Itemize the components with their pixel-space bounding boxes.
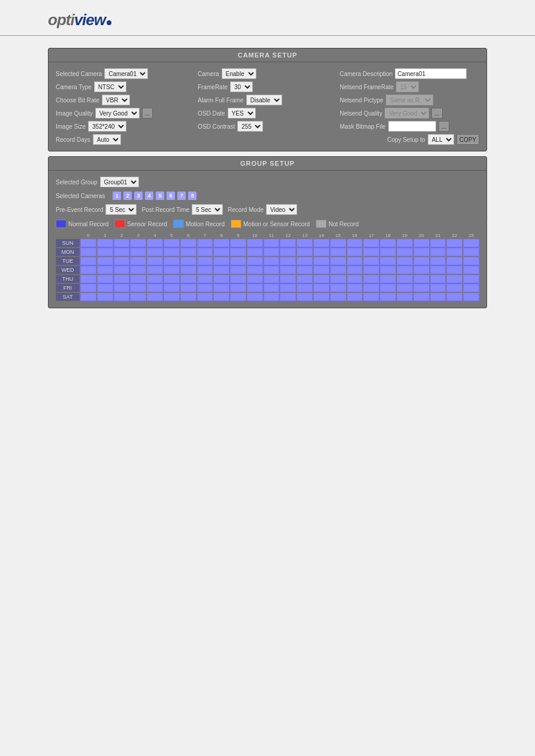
wed-h12[interactable] bbox=[280, 266, 296, 274]
fri-h14[interactable] bbox=[313, 284, 330, 292]
mon-h15[interactable] bbox=[330, 248, 346, 256]
tue-h5[interactable] bbox=[164, 257, 180, 265]
thu-h9[interactable] bbox=[230, 275, 246, 283]
fri-h5[interactable] bbox=[164, 284, 180, 292]
wed-h3[interactable] bbox=[130, 266, 146, 274]
sat-h5[interactable] bbox=[164, 293, 180, 301]
wed-h22[interactable] bbox=[446, 266, 463, 274]
fri-h17[interactable] bbox=[363, 284, 379, 292]
fri-h1[interactable] bbox=[97, 284, 113, 292]
mon-h1[interactable] bbox=[97, 248, 113, 256]
tue-h16[interactable] bbox=[347, 257, 363, 265]
fri-h4[interactable] bbox=[147, 284, 163, 292]
mon-h16[interactable] bbox=[347, 248, 363, 256]
mon-h13[interactable] bbox=[297, 248, 313, 256]
sun-h11[interactable] bbox=[264, 239, 280, 247]
alarm-full-frame-select[interactable]: Disable bbox=[246, 95, 282, 105]
fri-h19[interactable] bbox=[397, 284, 413, 292]
sat-h19[interactable] bbox=[397, 293, 413, 301]
mon-h0[interactable] bbox=[80, 248, 96, 256]
mon-h20[interactable] bbox=[413, 248, 430, 256]
sun-h0[interactable] bbox=[80, 239, 96, 247]
sun-h9[interactable] bbox=[230, 239, 246, 247]
netsend-quality-button[interactable]: ... bbox=[431, 108, 442, 119]
copy-setup-select[interactable]: ALL bbox=[428, 134, 454, 145]
thu-h19[interactable] bbox=[397, 275, 413, 283]
thu-h6[interactable] bbox=[180, 275, 197, 283]
mon-h19[interactable] bbox=[397, 248, 413, 256]
mon-h5[interactable] bbox=[164, 248, 180, 256]
mon-h18[interactable] bbox=[380, 248, 396, 256]
sun-h20[interactable] bbox=[413, 239, 430, 247]
frame-rate-select[interactable]: 30 bbox=[230, 81, 253, 92]
fri-h21[interactable] bbox=[430, 284, 446, 292]
wed-h2[interactable] bbox=[114, 266, 130, 274]
fri-h22[interactable] bbox=[446, 284, 463, 292]
wed-h10[interactable] bbox=[247, 266, 263, 274]
record-mode-select[interactable]: Video bbox=[266, 204, 297, 215]
sun-h22[interactable] bbox=[446, 239, 463, 247]
mon-h3[interactable] bbox=[130, 248, 146, 256]
fri-h6[interactable] bbox=[180, 284, 197, 292]
thu-h2[interactable] bbox=[114, 275, 130, 283]
image-quality-select[interactable]: Very Good bbox=[95, 108, 140, 119]
image-quality-button[interactable]: ... bbox=[142, 108, 153, 119]
camera-description-input[interactable] bbox=[395, 68, 467, 79]
tue-h2[interactable] bbox=[114, 257, 130, 265]
sun-h5[interactable] bbox=[164, 239, 180, 247]
cam-btn-7[interactable]: 7 bbox=[177, 191, 186, 201]
wed-h7[interactable] bbox=[197, 266, 213, 274]
wed-h21[interactable] bbox=[430, 266, 446, 274]
osd-date-select[interactable]: YES bbox=[228, 108, 256, 119]
tue-h21[interactable] bbox=[430, 257, 446, 265]
tue-h18[interactable] bbox=[380, 257, 396, 265]
sun-h14[interactable] bbox=[313, 239, 330, 247]
choose-bit-rate-select[interactable]: VBR bbox=[102, 95, 130, 105]
wed-h19[interactable] bbox=[397, 266, 413, 274]
sat-h20[interactable] bbox=[413, 293, 430, 301]
tue-h10[interactable] bbox=[247, 257, 263, 265]
sun-h3[interactable] bbox=[130, 239, 146, 247]
sun-h2[interactable] bbox=[114, 239, 130, 247]
mon-h14[interactable] bbox=[313, 248, 330, 256]
sun-h7[interactable] bbox=[197, 239, 213, 247]
wed-h8[interactable] bbox=[213, 266, 229, 274]
netsend-frame-rate-select[interactable]: 15 bbox=[396, 81, 419, 92]
thu-h0[interactable] bbox=[80, 275, 96, 283]
cam-btn-3[interactable]: 3 bbox=[134, 191, 143, 201]
mon-h23[interactable] bbox=[463, 248, 479, 256]
pre-event-select[interactable]: 5 Sec bbox=[105, 204, 137, 215]
osd-contrast-select[interactable]: 255 bbox=[237, 121, 263, 132]
sun-h23[interactable] bbox=[463, 239, 479, 247]
sat-h1[interactable] bbox=[97, 293, 113, 301]
camera-type-select[interactable]: NTSC bbox=[94, 81, 126, 92]
thu-h8[interactable] bbox=[213, 275, 229, 283]
image-size-select[interactable]: 352*240 bbox=[88, 121, 126, 132]
mon-h11[interactable] bbox=[264, 248, 280, 256]
mon-h7[interactable] bbox=[197, 248, 213, 256]
sat-h23[interactable] bbox=[463, 293, 479, 301]
sun-h4[interactable] bbox=[147, 239, 163, 247]
wed-h17[interactable] bbox=[363, 266, 379, 274]
thu-h11[interactable] bbox=[264, 275, 280, 283]
sat-h21[interactable] bbox=[430, 293, 446, 301]
thu-h16[interactable] bbox=[347, 275, 363, 283]
sun-h8[interactable] bbox=[213, 239, 229, 247]
thu-h4[interactable] bbox=[147, 275, 163, 283]
sun-h17[interactable] bbox=[363, 239, 379, 247]
thu-h15[interactable] bbox=[330, 275, 346, 283]
fri-h11[interactable] bbox=[264, 284, 280, 292]
thu-h3[interactable] bbox=[130, 275, 146, 283]
tue-h0[interactable] bbox=[80, 257, 96, 265]
mask-bitmap-input[interactable] bbox=[388, 121, 436, 132]
tue-h14[interactable] bbox=[313, 257, 330, 265]
cam-btn-4[interactable]: 4 bbox=[144, 191, 154, 201]
sun-h18[interactable] bbox=[380, 239, 396, 247]
thu-h17[interactable] bbox=[363, 275, 379, 283]
post-record-select[interactable]: 5 Sec bbox=[192, 204, 223, 215]
wed-h14[interactable] bbox=[313, 266, 330, 274]
tue-h17[interactable] bbox=[363, 257, 379, 265]
sat-h2[interactable] bbox=[114, 293, 130, 301]
wed-h11[interactable] bbox=[264, 266, 280, 274]
record-days-select[interactable]: Auto bbox=[93, 134, 121, 145]
